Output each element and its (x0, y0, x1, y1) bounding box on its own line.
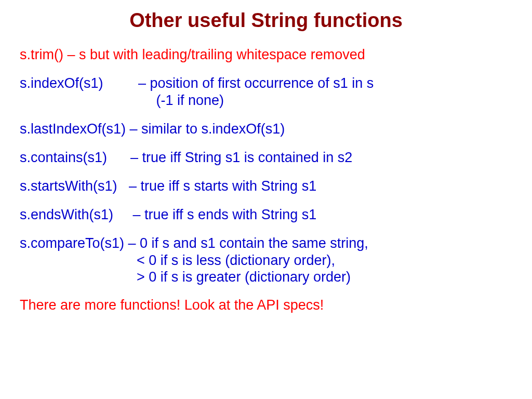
bullet-endswith: s.endsWith(s1) – true iff s ends with St… (20, 206, 512, 223)
bullet-trim: s.trim() – s but with leading/trailing w… (20, 46, 512, 63)
bullet-lastindexof: s.lastIndexOf(s1) – similar to s.indexOf… (20, 121, 512, 138)
slide-title: Other useful String functions (20, 9, 512, 32)
bullet-contains: s.contains(s1) – true iff String s1 is c… (20, 149, 512, 166)
slide: Other useful String functions s.trim() –… (0, 0, 532, 399)
bullet-startswith: s.startsWith(s1) – true iff s starts wit… (20, 178, 512, 195)
bullet-indexof: s.indexOf(s1) – position of first occurr… (20, 75, 512, 109)
bullet-compareto: s.compareTo(s1) – 0 if s and s1 contain … (20, 235, 512, 286)
footer-note: There are more functions! Look at the AP… (20, 297, 512, 313)
